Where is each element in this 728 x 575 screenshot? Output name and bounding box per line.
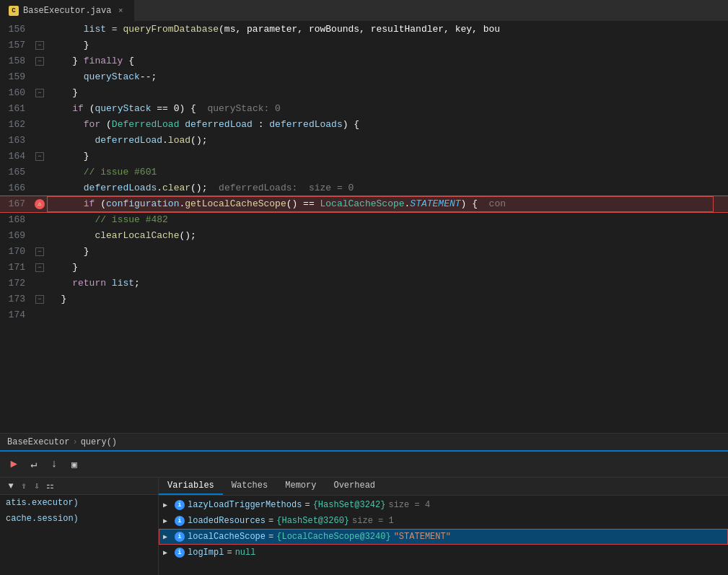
line-number-172: 172: [0, 276, 32, 291]
code-line-164: 164− }: [0, 149, 728, 164]
var-name-1: loadedResources: [188, 516, 266, 526]
fold-button-157[interactable]: −: [35, 41, 44, 50]
line-gutter-167[interactable]: ⚠: [32, 196, 47, 212]
expand-arrow-0[interactable]: ▶: [163, 501, 172, 509]
var-equals-3: =: [227, 548, 232, 558]
code-line-162: 162 for (DeferredLoad deferredLoad : def…: [0, 117, 728, 133]
var-value-2: {LocalCacheScope@3240}: [276, 532, 390, 542]
rerun-button[interactable]: ▣: [66, 457, 82, 473]
line-gutter-172: [32, 276, 47, 291]
tab-variables[interactable]: Variables: [159, 478, 223, 495]
fold-button-170[interactable]: −: [35, 247, 44, 256]
line-gutter-169: [32, 228, 47, 244]
up-button[interactable]: ⇧: [17, 480, 30, 493]
down-button[interactable]: ⇩: [30, 480, 43, 493]
tab-watches[interactable]: Watches: [223, 478, 276, 495]
code-line-166: 166 deferredLoads.clear(); deferredLoads…: [0, 180, 728, 196]
debug-main: Variables Watches Memory Overhead ▶ilazy…: [159, 478, 728, 575]
fold-button-160[interactable]: −: [35, 89, 44, 97]
line-content-168: // issue #482: [47, 212, 728, 228]
code-line-167: 167⚠ if (configuration.getLocalCacheScop…: [0, 196, 728, 212]
line-gutter-165: [32, 164, 47, 180]
line-content-170: }: [47, 244, 728, 260]
debug-panel: ► ↵ ↓ ▣ ▼ ⇧ ⇩ ⚏ atis.executor) cache.ses…: [0, 450, 728, 575]
breadcrumb-method: query(): [81, 437, 117, 447]
line-gutter-160: −: [32, 85, 47, 101]
stack-frame-1[interactable]: atis.executor): [0, 495, 158, 511]
line-content-162: for (DeferredLoad deferredLoad : deferre…: [47, 117, 728, 133]
fold-button-158[interactable]: −: [35, 57, 44, 66]
line-number-160: 160: [0, 85, 32, 101]
code-line-163: 163 deferredLoad.load();: [0, 133, 728, 149]
var-name-3: logImpl: [188, 548, 224, 558]
line-gutter-166: [32, 180, 47, 196]
line-number-162: 162: [0, 117, 32, 133]
fold-button-164[interactable]: −: [35, 152, 44, 161]
line-gutter-164: −: [32, 149, 47, 164]
line-content-156: list = queryFromDatabase(ms, parameter, …: [47, 22, 728, 38]
breadcrumb: BaseExecutor › query(): [0, 433, 728, 450]
info-icon-0: i: [175, 500, 185, 510]
line-content-164: }: [47, 149, 728, 164]
line-number-170: 170: [0, 244, 32, 260]
breadcrumb-class: BaseExecutor: [7, 437, 69, 447]
step-into-button[interactable]: ↓: [46, 457, 62, 473]
line-gutter-170: −: [32, 244, 47, 260]
expand-arrow-3[interactable]: ▶: [163, 548, 172, 557]
breakpoint-icon-167[interactable]: ⚠: [35, 199, 45, 209]
code-line-161: 161 if (queryStack == 0) { queryStack: 0: [0, 101, 728, 117]
variable-item-1[interactable]: ▶iloadedResources = {HashSet@3260} size …: [159, 513, 728, 529]
funnel-button[interactable]: ⚏: [43, 480, 56, 493]
info-icon-3: i: [175, 548, 185, 558]
resume-button[interactable]: ►: [6, 457, 22, 473]
variable-item-0[interactable]: ▶ilazyLoadTriggerMethods = {HashSet@3242…: [159, 497, 728, 513]
line-gutter-162: [32, 117, 47, 133]
variable-item-2[interactable]: ▶ilocalCacheScope = {LocalCacheScope@324…: [159, 529, 728, 545]
line-number-169: 169: [0, 228, 32, 244]
debug-toolbar: ► ↵ ↓ ▣: [0, 452, 728, 478]
line-gutter-163: [32, 133, 47, 149]
tab-memory[interactable]: Memory: [276, 478, 325, 495]
line-number-168: 168: [0, 212, 32, 228]
line-content-166: deferredLoads.clear(); deferredLoads: si…: [47, 180, 728, 196]
var-extra-0: size = 4: [388, 500, 430, 510]
line-number-157: 157: [0, 38, 32, 53]
line-content-167: if (configuration.getLocalCacheScope() =…: [47, 196, 728, 212]
tab-overhead[interactable]: Overhead: [325, 478, 384, 495]
line-gutter-171: −: [32, 260, 47, 276]
variable-item-3[interactable]: ▶ilogImpl = null: [159, 545, 728, 561]
line-gutter-173: −: [32, 291, 47, 307]
line-gutter-161: [32, 101, 47, 117]
file-tab[interactable]: C BaseExecutor.java ×: [0, 0, 135, 22]
step-over-button[interactable]: ↵: [26, 457, 42, 473]
line-number-158: 158: [0, 53, 32, 69]
code-line-170: 170− }: [0, 244, 728, 260]
line-content-160: }: [47, 85, 728, 101]
info-icon-1: i: [175, 516, 185, 526]
code-line-171: 171− }: [0, 260, 728, 276]
line-gutter-168: [32, 212, 47, 228]
line-content-159: queryStack--;: [47, 69, 728, 85]
var-equals-0: =: [304, 500, 310, 510]
line-number-167: 167: [0, 196, 32, 212]
filter-button[interactable]: ▼: [4, 480, 17, 493]
line-number-163: 163: [0, 133, 32, 149]
line-number-156: 156: [0, 22, 32, 38]
line-number-174: 174: [0, 307, 32, 323]
line-number-159: 159: [0, 69, 32, 85]
java-icon: C: [9, 6, 19, 16]
expand-arrow-2[interactable]: ▶: [163, 532, 172, 541]
info-icon-2: i: [175, 532, 185, 542]
tab-bar: C BaseExecutor.java ×: [0, 0, 728, 22]
code-line-165: 165 // issue #601: [0, 164, 728, 180]
fold-button-171[interactable]: −: [35, 263, 44, 272]
var-equals-2: =: [268, 532, 273, 542]
code-lines: 156 list = queryFromDatabase(ms, paramet…: [0, 22, 728, 323]
debug-left-panel: ▼ ⇧ ⇩ ⚏ atis.executor) cache.session): [0, 478, 159, 575]
tab-close-button[interactable]: ×: [115, 6, 126, 16]
expand-arrow-1[interactable]: ▶: [163, 517, 172, 525]
stack-frame-2[interactable]: cache.session): [0, 511, 158, 527]
fold-button-173[interactable]: −: [35, 295, 44, 304]
line-gutter-159: [32, 69, 47, 85]
var-name-2: localCacheScope: [188, 532, 266, 542]
